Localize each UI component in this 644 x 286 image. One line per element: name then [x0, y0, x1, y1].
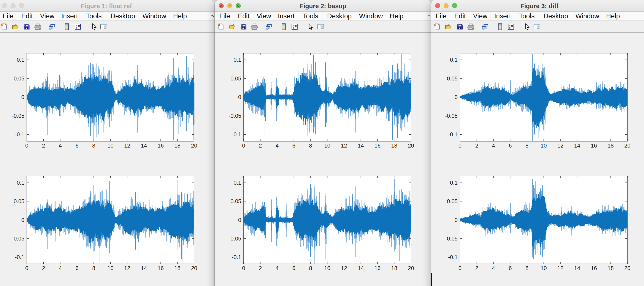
svg-text:14: 14 — [358, 143, 364, 149]
svg-text:18: 18 — [391, 265, 397, 271]
svg-text:18: 18 — [174, 143, 180, 149]
svg-text:0: 0 — [238, 94, 241, 100]
svg-text:12: 12 — [341, 143, 347, 149]
svg-text:0.1: 0.1 — [450, 180, 458, 186]
svg-text:20: 20 — [191, 143, 197, 149]
svg-text:4: 4 — [59, 143, 62, 149]
svg-text:0.05: 0.05 — [14, 198, 24, 204]
svg-text:16: 16 — [591, 143, 597, 149]
svg-text:0: 0 — [22, 217, 24, 223]
svg-text:6: 6 — [292, 265, 295, 271]
svg-text:20: 20 — [624, 143, 630, 149]
svg-text:-0.1: -0.1 — [232, 131, 241, 137]
svg-text:0.05: 0.05 — [230, 75, 241, 81]
svg-text:0.05: 0.05 — [447, 198, 458, 204]
svg-text:14: 14 — [358, 265, 364, 271]
svg-text:10: 10 — [108, 143, 114, 149]
svg-text:8: 8 — [525, 143, 528, 149]
svg-text:8: 8 — [309, 143, 312, 149]
svg-text:12: 12 — [124, 143, 130, 149]
svg-text:14: 14 — [141, 265, 147, 271]
svg-text:-0.05: -0.05 — [12, 113, 24, 119]
svg-text:0.1: 0.1 — [450, 57, 458, 63]
svg-text:0.1: 0.1 — [234, 180, 241, 186]
svg-text:-0.1: -0.1 — [15, 131, 24, 137]
svg-text:0: 0 — [454, 94, 458, 100]
svg-text:6: 6 — [292, 143, 295, 149]
svg-text:10: 10 — [324, 143, 330, 149]
svg-text:12: 12 — [124, 265, 130, 271]
svg-text:16: 16 — [591, 265, 597, 271]
svg-text:0: 0 — [458, 143, 461, 149]
svg-text:20: 20 — [191, 265, 197, 271]
svg-text:14: 14 — [574, 143, 580, 149]
svg-text:0: 0 — [454, 217, 458, 223]
svg-text:18: 18 — [174, 265, 180, 271]
svg-text:14: 14 — [141, 143, 147, 149]
svg-text:10: 10 — [540, 143, 546, 149]
svg-text:0.1: 0.1 — [234, 57, 241, 63]
svg-text:6: 6 — [508, 143, 512, 149]
svg-text:14: 14 — [574, 265, 580, 271]
svg-text:2: 2 — [259, 265, 262, 271]
svg-text:12: 12 — [557, 143, 563, 149]
svg-text:0: 0 — [238, 217, 241, 223]
svg-text:4: 4 — [492, 265, 495, 271]
svg-text:8: 8 — [92, 143, 95, 149]
svg-text:2: 2 — [259, 143, 262, 149]
svg-text:-0.05: -0.05 — [445, 236, 458, 242]
svg-text:2: 2 — [42, 143, 45, 149]
svg-text:2: 2 — [475, 143, 478, 149]
svg-text:2: 2 — [42, 265, 45, 271]
svg-text:4: 4 — [59, 265, 62, 271]
svg-text:6: 6 — [508, 265, 512, 271]
svg-text:0: 0 — [242, 265, 245, 271]
svg-text:0: 0 — [242, 143, 245, 149]
svg-text:8: 8 — [525, 265, 528, 271]
svg-text:0.05: 0.05 — [230, 198, 241, 204]
svg-text:18: 18 — [391, 143, 397, 149]
svg-text:16: 16 — [158, 265, 164, 271]
svg-text:-0.05: -0.05 — [228, 113, 241, 119]
svg-text:0.1: 0.1 — [17, 180, 24, 186]
svg-text:12: 12 — [557, 265, 563, 271]
svg-text:-0.1: -0.1 — [448, 131, 458, 137]
svg-text:-0.1: -0.1 — [15, 254, 24, 260]
svg-text:20: 20 — [408, 143, 414, 149]
svg-text:0.05: 0.05 — [447, 75, 458, 81]
svg-text:4: 4 — [275, 265, 278, 271]
svg-text:6: 6 — [76, 265, 78, 271]
svg-text:16: 16 — [374, 265, 380, 271]
svg-text:6: 6 — [76, 143, 78, 149]
svg-text:16: 16 — [158, 143, 164, 149]
svg-text:20: 20 — [408, 265, 414, 271]
svg-text:16: 16 — [374, 143, 380, 149]
svg-text:4: 4 — [492, 143, 495, 149]
svg-text:10: 10 — [540, 265, 546, 271]
svg-text:4: 4 — [275, 143, 278, 149]
svg-text:8: 8 — [92, 265, 95, 271]
svg-text:-0.05: -0.05 — [445, 113, 458, 119]
svg-text:0: 0 — [25, 265, 28, 271]
svg-text:-0.1: -0.1 — [232, 254, 241, 260]
svg-text:10: 10 — [324, 265, 330, 271]
svg-text:0: 0 — [22, 94, 24, 100]
svg-text:18: 18 — [608, 265, 614, 271]
svg-text:0: 0 — [458, 265, 461, 271]
svg-text:12: 12 — [341, 265, 347, 271]
svg-text:2: 2 — [475, 265, 478, 271]
svg-text:20: 20 — [624, 265, 630, 271]
svg-text:10: 10 — [108, 265, 114, 271]
svg-text:0.05: 0.05 — [14, 75, 24, 81]
svg-text:-0.05: -0.05 — [12, 236, 24, 242]
svg-text:8: 8 — [309, 265, 312, 271]
svg-text:-0.05: -0.05 — [228, 236, 241, 242]
svg-text:-0.1: -0.1 — [448, 254, 458, 260]
svg-text:18: 18 — [608, 143, 614, 149]
svg-text:0.1: 0.1 — [17, 57, 24, 63]
svg-text:0: 0 — [25, 143, 28, 149]
